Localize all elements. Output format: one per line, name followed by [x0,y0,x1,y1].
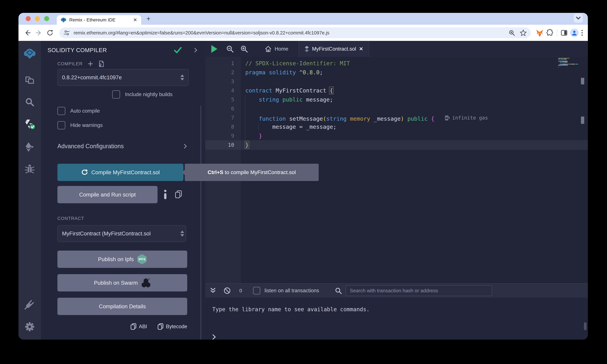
contract-select-value: MyFirstContract (MyFirstContract.sol [62,231,180,237]
compilation-details-button[interactable]: Compilation Details [57,298,187,315]
line-number: 1 [205,59,234,68]
line-number: 9 [205,131,234,141]
overview-ruler-mark [581,117,584,124]
split-screen-icon[interactable] [560,29,568,37]
solidity-compiler-icon[interactable] [24,118,36,130]
tab-search-button[interactable] [574,13,583,23]
remix-logo-icon[interactable] [24,48,36,60]
file-explorer-icon[interactable] [24,74,36,86]
terminal-clear-icon[interactable] [224,287,231,294]
code-line[interactable]: 2pragma solidity ^0.8.0; [205,68,588,77]
advanced-chevron-icon [182,144,187,149]
copy-artifacts-row: ABI Bytecode [131,323,187,330]
tab-home-label: Home [275,46,288,52]
overview-ruler-mark [581,78,584,84]
editor-tab-bar: Home MyFirstContract.sol ✕ [205,41,588,57]
close-window-button[interactable] [26,16,31,21]
compiler-file-icon[interactable] [98,60,105,67]
compile-success-check-icon [174,47,182,53]
reload-button[interactable] [46,28,54,37]
compiler-version-select[interactable]: 0.8.22+commit.4fc1097e [57,69,189,86]
extensions-puzzle-icon[interactable] [546,29,554,37]
compiler-section-header: COMPILER [57,60,105,67]
metamask-icon[interactable] [536,29,544,37]
advanced-configurations[interactable]: Advanced Configurations [57,143,186,150]
forward-button[interactable] [34,28,43,37]
new-tab-button[interactable]: + [144,14,153,23]
browser-tab[interactable]: Remix - Ethereum IDE ✕ [57,15,141,25]
auto-compile-row: Auto compile [57,107,100,115]
panel-chevron-right-icon[interactable] [193,48,197,52]
terminal-body[interactable]: Type the library name to see available c… [205,298,588,340]
code-line[interactable]: 7 function setMessage(string memory _mes… [205,113,588,122]
settings-gear-icon[interactable] [24,321,36,333]
zoom-search-icon[interactable] [508,29,515,36]
compile-button[interactable]: Compile MyFirstContract.sol [57,164,184,181]
url-text[interactable]: remix.ethereum.org/#lang=en&optimize=fal… [74,30,505,36]
compiler-version-value: 0.8.22+commit.4fc1097e [62,74,122,81]
copy-abi-button[interactable]: ABI [131,323,147,330]
search-icon[interactable] [24,96,36,108]
info-icon[interactable] [164,190,167,199]
line-number: 6 [205,104,234,113]
plugin-manager-icon[interactable] [24,299,36,310]
code-line[interactable]: 5 string public message; [205,95,588,104]
code-line[interactable]: 1// SPDX-License-Identifier: MIT [205,59,588,68]
select-stepper-icon [180,231,184,236]
tab-close-icon[interactable]: ✕ [359,46,363,52]
listen-transactions-checkbox[interactable] [253,287,260,294]
publish-ipfs-button[interactable]: Publish on Ipfs IPFS [57,251,187,268]
line-number: 3 [205,77,234,86]
abi-label: ABI [139,324,147,330]
tab-file-label: MyFirstContract.sol [312,46,356,52]
bookmark-star-icon[interactable] [520,29,527,37]
browser-menu-icon[interactable] [581,29,583,37]
site-settings-icon[interactable] [63,29,70,36]
tab-home[interactable]: Home [259,41,294,57]
code-line[interactable]: 3 [205,77,588,86]
minimize-window-button[interactable] [35,16,40,21]
transaction-search-input[interactable] [345,285,492,296]
publish-ipfs-label: Publish on Ipfs [98,256,134,262]
compile-and-run-button[interactable]: Compile and Run script [57,186,158,203]
copy-bytecode-button[interactable]: Bytecode [158,323,187,330]
hide-warnings-checkbox[interactable] [57,121,65,130]
url-bar[interactable]: remix.ethereum.org/#lang=en&optimize=fal… [59,27,531,38]
terminal-scrollbar[interactable] [584,322,587,330]
editor-column: Home MyFirstContract.sol ✕ 1// SPDX-Lice… [205,41,588,340]
select-stepper-icon [180,75,184,80]
code-line[interactable]: 10} [205,141,588,150]
panel-scrollbar[interactable] [200,105,201,340]
auto-compile-label: Auto compile [70,108,100,114]
run-script-play-button[interactable] [208,43,220,55]
add-compiler-icon[interactable] [88,61,93,67]
tooltip-text: to compile MyFirstContract.sol [223,169,296,175]
url-bar-actions [508,29,527,37]
back-button[interactable] [23,28,32,37]
auto-compile-checkbox[interactable] [57,107,65,115]
panel-header: SOLIDITY COMPILER [48,47,199,53]
bytecode-label: Bytecode [166,324,187,330]
deploy-and-run-icon[interactable] [24,141,36,153]
code-line[interactable]: 8 message = _message; [205,122,588,131]
tab-myfirstcontract[interactable]: MyFirstContract.sol ✕ [299,41,369,57]
editor-zoom-in-button[interactable] [238,43,250,55]
debugger-bug-icon[interactable] [24,163,36,175]
editor-zoom-out-button[interactable] [224,43,236,55]
include-nightly-checkbox[interactable] [112,90,120,99]
copy-script-icon[interactable] [175,190,182,198]
code-line[interactable]: 4contract MyFirstContract { [205,86,588,95]
code-line[interactable]: 6 [205,104,588,113]
profile-avatar[interactable] [570,28,579,37]
tab-close-icon[interactable]: ✕ [133,17,137,22]
contract-select[interactable]: MyFirstContract (MyFirstContract.sol [57,225,186,242]
publish-swarm-button[interactable]: Publish on Swarm [57,274,187,291]
remix-app: SOLIDITY COMPILER COMPILER 0.8.22+commit… [18,41,588,340]
tab-title: Remix - Ethereum IDE [69,17,130,23]
code-line[interactable]: 9 } [205,131,588,141]
minimap[interactable] [558,58,581,68]
terminal-search-icon [335,287,342,294]
terminal-expand-icon[interactable] [210,287,216,294]
code-area[interactable]: 1// SPDX-License-Identifier: MIT2pragma … [205,59,588,150]
zoom-window-button[interactable] [44,16,49,21]
